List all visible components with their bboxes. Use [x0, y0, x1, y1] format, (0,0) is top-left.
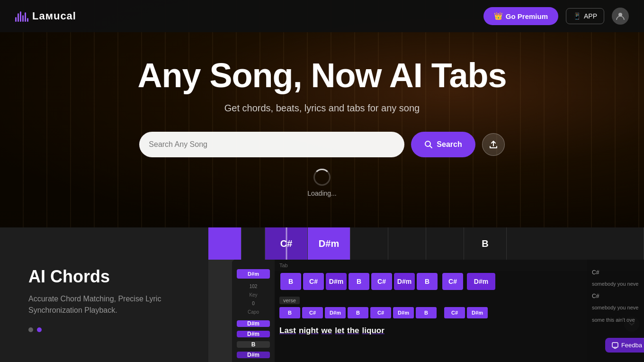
capo-value: 0 [248, 299, 259, 308]
app-button[interactable]: 📱 APP [566, 8, 604, 24]
timeline-dsm3: D#m [467, 273, 495, 290]
user-avatar-button[interactable] [612, 8, 629, 25]
search-icon [424, 140, 433, 149]
premium-button[interactable]: 👑 Go Premium [483, 7, 558, 25]
cr-b2: B [348, 307, 368, 318]
share-icon [489, 140, 498, 149]
logo-icon [15, 10, 28, 22]
navbar: Laмucal 👑 Go Premium 📱 APP [0, 0, 644, 32]
hero-section: Any Song, Now AI Tabs Get chords, beats,… [0, 0, 644, 227]
overflow-chord-1: C# [592, 269, 644, 276]
chord-block-rest [507, 227, 644, 260]
inner-sidebar: D#m 102 Key 0 Capo D#m D#m B D#m D#m? [232, 260, 275, 362]
overflow-text-1: somebody you neve [592, 280, 644, 289]
cr-cs2: C# [370, 307, 391, 318]
hero-title: Any Song, Now AI Tabs [0, 57, 644, 94]
app-label: APP [584, 12, 597, 20]
chord-block-csharp: C# [265, 227, 308, 260]
timeline-dsm2: D#m [394, 273, 415, 290]
sidebar-chord-name: D#m [237, 269, 270, 279]
carousel-dots [28, 327, 189, 332]
logo-text: Laмucal [32, 10, 76, 22]
verse-badge: verse [279, 297, 300, 304]
bottom-section: AI Chords Accurate Chord Matching, Preci… [0, 227, 644, 362]
timeline-b1: B [280, 273, 301, 290]
timeline-b3: B [417, 273, 438, 290]
feedback-icon [612, 342, 618, 349]
bottom-left: AI Chords Accurate Chord Matching, Preci… [0, 227, 208, 362]
lyric-liquor: liquor [362, 326, 385, 335]
loading-text: Loading... [307, 190, 337, 197]
premium-label: Go Premium [506, 12, 548, 20]
chord-block-empty1 [350, 227, 388, 260]
logo-area: Laмucal [15, 10, 76, 22]
cr-dsm3: D#m [467, 307, 488, 318]
cr-cs3: C# [444, 307, 465, 318]
lyric-the: the [347, 326, 359, 335]
sidebar-chord-4: D#m [237, 352, 270, 358]
chord-blocks-row: B C# D#m B C# D#m B C# D#m [279, 307, 639, 318]
bpm-value: 102 [248, 282, 259, 291]
loading-area: Loading... [0, 169, 644, 197]
chord-strip: C# D#m B [208, 227, 644, 260]
dot-2[interactable] [37, 327, 42, 332]
sidebar-chord-2: D#m [237, 331, 270, 337]
chord-panel: C# D#m B D#m 102 Key 0 Capo D#m D#m B [208, 227, 644, 362]
timeline-cs1: C# [303, 273, 324, 290]
cr-b3: B [416, 307, 437, 318]
timeline-dsm1: D#m [326, 273, 347, 290]
chord-block-1 [208, 227, 242, 260]
phone-icon: 📱 [573, 12, 581, 20]
sidebar-stats: 102 Key 0 Capo [248, 282, 259, 317]
ai-chords-desc: Accurate Chord Matching, Precise Lyric S… [28, 293, 189, 316]
inner-panel: D#m 102 Key 0 Capo D#m D#m B D#m D#m? Ta… [232, 260, 644, 362]
feedback-label: Feedba [621, 342, 642, 349]
overflow-text-2: somebody you neve [592, 303, 644, 313]
svg-rect-2 [612, 343, 618, 347]
user-icon [616, 12, 625, 20]
cr-cs: C# [302, 307, 323, 318]
search-row: Search [0, 132, 644, 157]
search-input[interactable] [139, 132, 404, 157]
crown-icon: 👑 [494, 12, 503, 20]
lyric-let: let [335, 326, 344, 335]
chord-block-empty3 [426, 227, 464, 260]
chord-block-b: B [464, 227, 507, 260]
nav-right: 👑 Go Premium 📱 APP [483, 7, 629, 25]
search-button-label: Search [437, 140, 462, 149]
cr-b: B [279, 307, 300, 318]
loading-spinner [313, 169, 331, 186]
chord-block-dsharp: D#m [308, 227, 350, 260]
overflow-chord-2: C# [592, 293, 644, 299]
chord-block-empty2 [388, 227, 426, 260]
feedback-button[interactable]: Feedba [605, 338, 644, 353]
capo-label: Capo [248, 308, 259, 317]
cr-dsm1: D#m [325, 307, 346, 318]
overflow-text-3: some this ain't ove [592, 316, 644, 325]
chord-block-2 [242, 227, 265, 260]
timeline-cs3: C# [442, 273, 463, 290]
search-button[interactable]: Search [411, 132, 475, 157]
share-button[interactable] [482, 133, 505, 156]
chord-timeline: B C# D#m B C# D#m B C# D#m [279, 271, 639, 292]
lyric-we: we [322, 326, 332, 335]
timeline-b2: B [349, 273, 369, 290]
key-label: Key [248, 291, 259, 299]
lyric-night: night [299, 326, 319, 335]
dot-1[interactable] [28, 327, 33, 332]
cr-dsm2: D#m [393, 307, 414, 318]
timeline-cs2: C# [371, 273, 392, 290]
hero-subtitle: Get chords, beats, lyrics and tabs for a… [0, 103, 644, 114]
ai-chords-title: AI Chords [28, 267, 189, 287]
sidebar-chord-1: D#m [237, 320, 270, 327]
lyric-last: Last [279, 326, 296, 335]
sidebar-chord-3: B [237, 341, 270, 348]
